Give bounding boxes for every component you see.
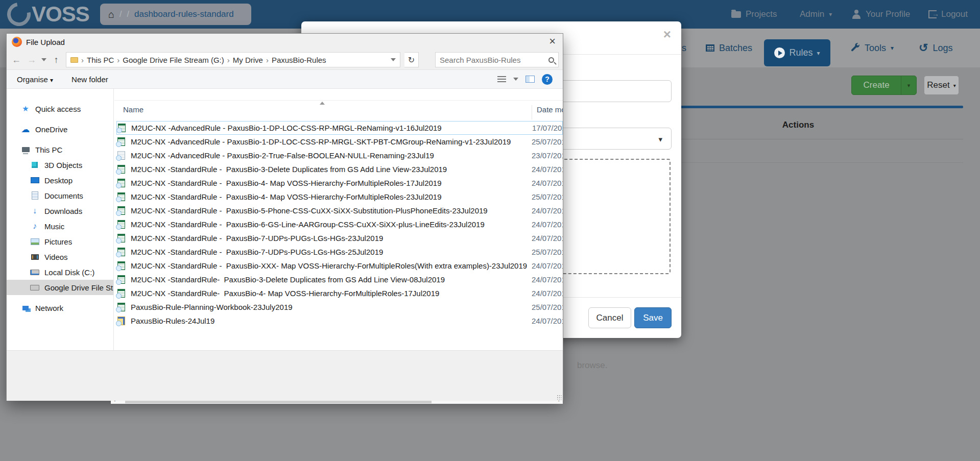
search-input[interactable] (440, 56, 548, 64)
close-icon[interactable]: × (663, 28, 671, 41)
cloud-icon (21, 125, 30, 133)
file-date-modified: 23/07/2019 (532, 151, 563, 160)
address-segment[interactable]: My Drive (233, 56, 263, 64)
name-column-header[interactable]: Name (123, 105, 144, 114)
list-view-icon[interactable] (497, 76, 506, 83)
chevron-down-icon: ▾ (953, 83, 956, 88)
sidebar-item-pictures[interactable]: Pictures (7, 234, 113, 249)
file-row[interactable]: M2UC-NX -StandardRule- PaxusBio-4- Map V… (116, 286, 563, 300)
nav-item-batches[interactable]: Batches (706, 29, 752, 67)
disk-icon (30, 268, 39, 276)
file-row[interactable]: M2UC-NX -StandardRule - PaxusBio-7-UDPs-… (116, 231, 563, 245)
address-dropdown-icon[interactable] (391, 58, 396, 61)
voss-logo: VOSS (7, 1, 89, 28)
sidebar-item-network[interactable]: Network (7, 300, 113, 316)
excel-file-icon (117, 220, 126, 229)
date-modified-column-header[interactable]: Date modified (532, 105, 563, 119)
sidebar-item-desktop[interactable]: Desktop (7, 173, 113, 188)
excel-file-icon (117, 275, 126, 284)
dialog-titlebar[interactable]: File Upload × (7, 34, 563, 50)
sidebar-item-documents[interactable]: Documents (7, 188, 113, 203)
sidebar-item-label: Downloads (44, 207, 82, 215)
organise-menu[interactable]: Organise ▾ (17, 75, 53, 84)
search-box[interactable] (435, 52, 559, 67)
file-row[interactable]: M2UC-NX -StandardRule- PaxusBio-3-Delete… (116, 273, 563, 286)
reset-button[interactable]: Reset ▾ (924, 76, 959, 95)
new-folder-button[interactable]: New folder (71, 75, 108, 84)
sidebar-item-downloads[interactable]: Downloads (7, 203, 113, 219)
file-row[interactable]: M2UC-NX -AdvancedRule - PaxusBio-1-DP-LO… (116, 135, 563, 149)
column-headers: Name Date modified (114, 100, 563, 119)
save-button[interactable]: Save (634, 307, 672, 328)
file-row[interactable]: M2UC-NX -StandardRule - PaxusBio-4- Map … (116, 190, 563, 204)
file-date-modified: 24/07/2019 (532, 275, 563, 284)
breadcrumb[interactable]: ⌂ / / dashboard-rules-standard (100, 4, 251, 25)
create-button[interactable]: Create ▾ (851, 76, 917, 95)
file-name: M2UC-NX -AdvancedRule - PaxusBio-1-DP-LO… (131, 124, 442, 132)
admin-menu[interactable]: Admin ▾ (800, 0, 832, 29)
admin-label: Admin (800, 9, 824, 19)
nav-item-logs[interactable]: ↺ Logs (919, 29, 952, 67)
sidebar-item-music[interactable]: Music (7, 219, 113, 234)
file-name: M2UC-NX -AdvancedRule - PaxusBio-2-True-… (131, 151, 434, 160)
up-icon[interactable]: ↑ (51, 55, 62, 65)
file-row[interactable]: M2UC-NX -StandardRule - PaxusBio-6-GS-Li… (116, 217, 563, 231)
file-name: PaxusBio-Rules-24Jul19 (131, 317, 214, 325)
address-bar[interactable]: › This PC › Google Drive File Stream (G:… (66, 52, 400, 67)
address-segment[interactable]: This PC (87, 56, 114, 64)
nav-item-rules[interactable]: Rules ▾ (764, 39, 830, 66)
file-row[interactable]: M2UC-NX -AdvancedRule - PaxusBio-1-DP-LO… (116, 121, 563, 135)
breadcrumb-chevron: › (227, 56, 230, 64)
sidebar-item-local-disk-c-[interactable]: Local Disk (C:) (7, 264, 113, 280)
nav-item-partial[interactable]: s (682, 29, 686, 67)
file-row[interactable]: M2UC-NX -AdvancedRule - PaxusBio-2-True-… (116, 149, 563, 162)
create-label[interactable]: Create (852, 76, 901, 94)
forward-icon[interactable]: → (26, 55, 37, 65)
sidebar-item-google-drive-file-st[interactable]: Google Drive File St (7, 280, 113, 295)
logout-link[interactable]: Logout (928, 0, 968, 29)
file-name: M2UC-NX -StandardRule - PaxusBio-XXX- Ma… (131, 261, 527, 270)
dropzone-text: browse. (577, 360, 608, 371)
sidebar-item-label: Music (44, 222, 64, 231)
file-name: M2UC-NX -StandardRule - PaxusBio-5-Phone… (131, 206, 488, 215)
cancel-button[interactable]: Cancel (588, 307, 631, 328)
your-profile-link[interactable]: Your Profile (852, 0, 910, 29)
breadcrumb-chevron: › (266, 56, 269, 64)
back-icon[interactable]: ← (11, 55, 22, 65)
view-options-icon[interactable] (513, 78, 518, 81)
address-segment[interactable]: PaxusBio-Rules (272, 56, 326, 64)
file-row[interactable]: M2UC-NX -StandardRule - PaxusBio-5-Phone… (116, 204, 563, 217)
projects-link[interactable]: Projects (731, 0, 777, 29)
preview-pane-icon[interactable] (525, 76, 535, 83)
home-icon[interactable]: ⌂ (108, 9, 114, 19)
resize-grip[interactable] (557, 395, 562, 400)
sidebar-item-this-pc[interactable]: This PC (7, 142, 113, 157)
file-row[interactable]: M2UC-NX -StandardRule - PaxusBio-3-Delet… (116, 162, 563, 176)
sidebar-item-label: Documents (44, 191, 83, 200)
close-icon[interactable]: × (549, 36, 556, 47)
search-icon (548, 57, 554, 63)
recent-locations-icon[interactable] (41, 58, 46, 61)
address-segment[interactable]: Google Drive File Stream (G:) (123, 56, 224, 64)
places-sidebar: Quick accessOneDriveThis PC3D ObjectsDes… (7, 89, 114, 350)
sidebar-item-videos[interactable]: Videos (7, 249, 113, 264)
tools-label: Tools (865, 43, 886, 54)
sidebar-item-quick-access[interactable]: Quick access (7, 101, 113, 116)
excel-file-icon (117, 261, 126, 270)
help-icon[interactable]: ? (542, 74, 553, 85)
sidebar-item-3d-objects[interactable]: 3D Objects (7, 157, 113, 173)
rules-label: Rules (789, 47, 812, 58)
sidebar-item-label: Local Disk (C:) (44, 268, 94, 277)
file-row[interactable]: PaxusBio-Rule-Planning-Workbook-23July20… (116, 300, 563, 314)
sidebar-item-onedrive[interactable]: OneDrive (7, 122, 113, 137)
excel-file-icon (117, 165, 126, 174)
file-row[interactable]: M2UC-NX -StandardRule - PaxusBio-4- Map … (116, 176, 563, 190)
file-row[interactable]: M2UC-NX -StandardRule - PaxusBio-7-UDPs-… (116, 245, 563, 259)
file-row[interactable]: M2UC-NX -StandardRule - PaxusBio-XXX- Ma… (116, 259, 563, 273)
file-row[interactable]: PaxusBio-Rules-24Jul1924/07/2019 (116, 314, 563, 328)
nav-item-tools[interactable]: Tools ▾ (850, 29, 894, 67)
create-dropdown-toggle[interactable]: ▾ (901, 76, 916, 94)
file-date-modified: 24/07/2019 (532, 234, 563, 242)
chevron-down-icon: ▾ (50, 77, 53, 84)
refresh-icon[interactable]: ↻ (404, 52, 419, 67)
